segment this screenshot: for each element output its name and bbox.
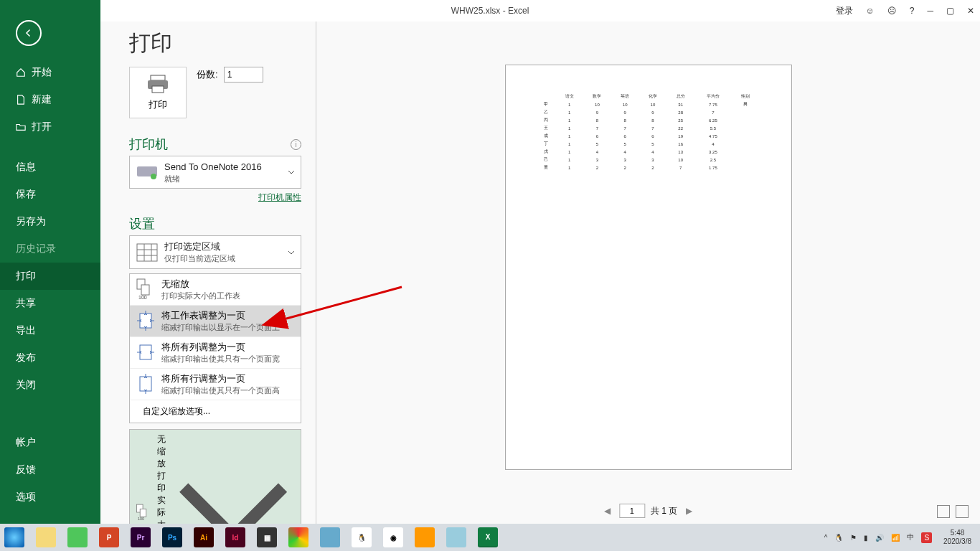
- print-button[interactable]: 打印: [129, 67, 187, 118]
- tray-wifi-icon[interactable]: 📶: [891, 534, 900, 542]
- scaling-fit-rows-title: 将所有行调整为一页: [161, 372, 280, 385]
- taskbar-explorer-icon[interactable]: [36, 527, 56, 547]
- printer-icon: [146, 74, 169, 94]
- sidebar-item-saveas[interactable]: 另存为: [0, 208, 100, 235]
- tray-ime-icon[interactable]: 中: [907, 532, 914, 542]
- taskbar-wechat-icon[interactable]: [67, 527, 88, 547]
- taskbar-illustrator-icon[interactable]: Ai: [194, 527, 214, 547]
- printer-heading: 打印机: [129, 136, 168, 153]
- taskbar-chrome-icon[interactable]: ◉: [383, 527, 403, 547]
- sidebar-label-info: 信息: [16, 161, 36, 174]
- login-button[interactable]: 登录: [836, 5, 853, 17]
- next-page-button[interactable]: ▶: [683, 505, 694, 517]
- sidebar-item-open[interactable]: 打开: [0, 113, 100, 141]
- tray-expand-icon[interactable]: ^: [824, 534, 828, 542]
- svg-rect-5: [137, 244, 157, 261]
- sidebar-item-share[interactable]: 共享: [0, 290, 100, 317]
- sidebar-item-feedback[interactable]: 反馈: [0, 456, 100, 484]
- zoom-margins-icon[interactable]: [956, 505, 969, 518]
- taskbar-photoshop-icon[interactable]: Ps: [162, 527, 182, 547]
- sidebar-item-publish[interactable]: 发布: [0, 344, 100, 372]
- taskbar-premiere-icon[interactable]: Pr: [131, 527, 151, 547]
- tray-time: 5:48: [943, 529, 971, 537]
- sidebar-item-save[interactable]: 保存: [0, 181, 100, 208]
- sidebar-item-new[interactable]: 新建: [0, 86, 100, 113]
- face-smile-icon[interactable]: ☺: [866, 6, 875, 16]
- maximize-button[interactable]: ▢: [946, 6, 954, 16]
- sidebar-item-close[interactable]: 关闭: [0, 372, 100, 399]
- chevron-down-icon: [288, 249, 295, 256]
- print-range-sub: 仅打印当前选定区域: [164, 253, 282, 264]
- print-range-dropdown[interactable]: 打印选定区域 仅打印当前选定区域: [129, 235, 301, 268]
- taskbar-excel-icon[interactable]: X: [478, 527, 498, 547]
- printer-info-icon[interactable]: i: [291, 139, 301, 150]
- sidebar-label-history: 历史记录: [16, 242, 56, 255]
- sidebar-item-info[interactable]: 信息: [0, 154, 100, 181]
- home-icon: [16, 67, 26, 77]
- scaling-fit-cols-sub: 缩减打印输出使其只有一个页面宽: [161, 354, 280, 364]
- scaling-custom-option[interactable]: 自定义缩放选项...: [130, 400, 301, 423]
- page-title: 打印: [129, 29, 301, 58]
- tray-battery-icon[interactable]: ▮: [864, 534, 868, 542]
- page-100-icon: 100: [136, 278, 156, 301]
- system-tray: ^ 🐧 ⚑ ▮ 🔊 📶 中 S 5:48 2020/3/8: [824, 529, 976, 546]
- print-settings-panel: 打印 打印 份数: 打印机 i Send To OneNote 2016 就绪 …: [100, 22, 316, 524]
- tray-volume-icon[interactable]: 🔊: [875, 534, 884, 542]
- tray-clock[interactable]: 5:48 2020/3/8: [939, 529, 976, 546]
- titlebar-right: 登录 ☺ ☹ ? ─ ▢ ✕: [836, 5, 974, 17]
- taskbar-app3-icon[interactable]: [320, 527, 340, 547]
- back-button[interactable]: [16, 20, 42, 46]
- copies-label: 份数:: [197, 68, 218, 81]
- svg-rect-0: [151, 75, 165, 80]
- preview-page: 语文数学英语化学总分平均分性别 甲1101010317.75男乙1999287丙…: [505, 65, 792, 470]
- minimize-button[interactable]: ─: [927, 6, 933, 16]
- sidebar-label-export: 导出: [16, 324, 36, 337]
- taskbar-qq-icon[interactable]: 🐧: [352, 527, 372, 547]
- print-backstage: 打印 打印 份数: 打印机 i Send To OneNote 2016 就绪 …: [100, 22, 980, 524]
- printer-dropdown[interactable]: Send To OneNote 2016 就绪: [129, 156, 301, 189]
- scaling-no-scale-title: 无缩放: [161, 278, 240, 291]
- tray-security-icon[interactable]: ⚑: [850, 534, 857, 542]
- scaling-fit-rows[interactable]: 将所有行调整为一页 缩减打印输出使其只有一个页面高: [130, 369, 301, 400]
- preview-table: 语文数学英语化学总分平均分性别 甲1101010317.75男乙1999287丙…: [537, 93, 760, 171]
- printer-properties-link[interactable]: 打印机属性: [129, 192, 301, 204]
- zoom-to-page-icon[interactable]: [937, 505, 950, 518]
- help-icon[interactable]: ?: [910, 6, 915, 16]
- page-100-icon: 100: [136, 501, 151, 524]
- sidebar-label-save: 保存: [16, 188, 36, 201]
- scaling-fit-sheet[interactable]: 将工作表调整为一页 缩减打印输出以显示在一个页面上: [130, 306, 301, 337]
- tray-sogou-icon[interactable]: S: [921, 532, 932, 543]
- tray-qq-icon[interactable]: 🐧: [834, 534, 843, 542]
- taskbar-powerpoint-icon[interactable]: P: [99, 527, 119, 547]
- sidebar-item-home[interactable]: 开始: [0, 59, 100, 86]
- face-sad-icon[interactable]: ☹: [887, 6, 897, 16]
- file-icon: [16, 95, 26, 105]
- scaling-fit-sheet-sub: 缩减打印输出以显示在一个页面上: [161, 322, 280, 333]
- fit-sheet-icon: [136, 309, 156, 332]
- sidebar-label-share: 共享: [16, 297, 36, 310]
- taskbar-app5-icon[interactable]: [446, 527, 466, 547]
- sidebar-item-export[interactable]: 导出: [0, 317, 100, 344]
- scaling-fit-cols[interactable]: 将所有列调整为一页 缩减打印输出使其只有一个页面宽: [130, 337, 301, 369]
- zoom-controls: [937, 505, 969, 518]
- svg-rect-10: [140, 345, 151, 359]
- sidebar-label-open: 打开: [32, 121, 52, 133]
- sidebar-label-feedback: 反馈: [16, 463, 36, 476]
- page-number-input[interactable]: [619, 504, 645, 518]
- taskbar-browser-icon[interactable]: [4, 527, 24, 547]
- taskbar-app1-icon[interactable]: ▦: [257, 527, 277, 547]
- sidebar-item-options[interactable]: 选项: [0, 484, 100, 511]
- taskbar-app4-icon[interactable]: [415, 527, 435, 547]
- scaling-fit-cols-title: 将所有列调整为一页: [161, 341, 280, 354]
- print-range-title: 打印选定区域: [164, 240, 282, 253]
- sidebar-item-history[interactable]: 历史记录: [0, 235, 100, 263]
- taskbar-indesign-icon[interactable]: Id: [225, 527, 245, 547]
- sidebar-item-account[interactable]: 帐户: [0, 429, 100, 456]
- sidebar-item-print[interactable]: 打印: [0, 263, 100, 290]
- taskbar-app2-icon[interactable]: [288, 527, 308, 547]
- copies-input[interactable]: [224, 67, 263, 83]
- svg-text:100: 100: [138, 295, 147, 300]
- close-button[interactable]: ✕: [967, 6, 974, 16]
- scaling-no-scale[interactable]: 100 无缩放 打印实际大小的工作表: [130, 274, 301, 306]
- prev-page-button[interactable]: ◀: [602, 505, 613, 517]
